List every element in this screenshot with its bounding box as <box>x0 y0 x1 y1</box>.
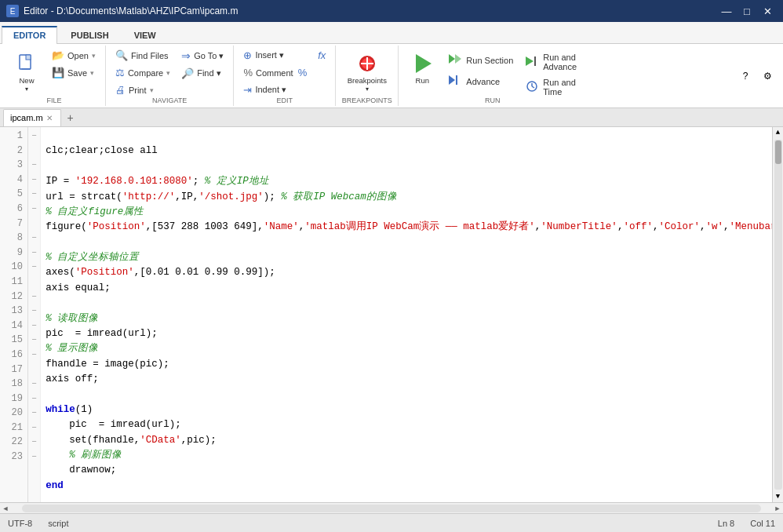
svg-marker-8 <box>449 54 455 64</box>
insert-label: Insert ▾ <box>255 50 284 60</box>
status-bar: UTF-8 script Ln 8 Col 11 <box>0 513 783 532</box>
svg-marker-10 <box>449 75 455 85</box>
run-section-icon <box>447 53 463 67</box>
tab-publish[interactable]: PUBLISH <box>59 27 120 43</box>
svg-marker-9 <box>455 54 461 64</box>
status-line: Ln 8 <box>718 519 734 528</box>
ribbon-group-run: Run Run Section Advance <box>399 46 586 106</box>
run-group-label: RUN <box>399 97 586 104</box>
run-section-button[interactable]: Run Section <box>442 50 518 70</box>
open-button[interactable]: 📂 Open ▾ <box>47 47 100 64</box>
file-tab-ipcam[interactable]: ipcam.m ✕ <box>3 109 61 126</box>
insert-icon: ⊕ <box>243 49 252 61</box>
new-label: New▾ <box>19 77 34 93</box>
help-button[interactable]: ? <box>736 67 755 85</box>
tab-close-ipcam[interactable]: ✕ <box>46 114 53 122</box>
comment-label: Comment <box>256 68 293 78</box>
scroll-track-v[interactable] <box>774 140 782 490</box>
fx-icon: fx <box>318 49 326 61</box>
svg-marker-7 <box>416 54 432 73</box>
save-icon: 💾 <box>52 67 64 78</box>
comment-icon: % <box>243 67 253 78</box>
line-numbers: 1 2 3 4 5 6 7 8 9 10 11 12 13 14 15 16 1… <box>0 127 28 502</box>
file-group-label: FILE <box>3 97 105 104</box>
ribbon-tab-bar: EDITOR PUBLISH VIEW <box>0 22 783 44</box>
find-files-button[interactable]: 🔍 Find Files <box>111 47 175 64</box>
help-icon: ? <box>743 71 748 82</box>
status-left: UTF-8 script <box>8 519 68 528</box>
ribbon-group-breakpoints: Breakpoints▾ BREAKPOINTS <box>336 46 399 106</box>
scroll-down-button[interactable]: ▼ <box>774 491 781 502</box>
svg-marker-12 <box>526 56 534 66</box>
ribbon-group-file: New▾ 📂 Open ▾ 💾 Save ▾ FILE <box>3 46 106 106</box>
fx-button[interactable]: fx <box>313 47 330 64</box>
find-files-label: Find Files <box>131 51 169 60</box>
status-right: Ln 8 Col 11 <box>718 519 775 528</box>
find-button[interactable]: 🔎 Find ▾ <box>177 65 228 82</box>
compare-button[interactable]: ⚖ Compare ▾ <box>111 64 175 81</box>
breakpoints-button[interactable]: Breakpoints▾ <box>342 47 392 97</box>
horizontal-scrollbar[interactable]: ◄ ► <box>0 502 783 513</box>
advance-button[interactable]: Advance <box>442 71 518 91</box>
comment-icon2: % <box>298 67 308 78</box>
goto-label: Go To ▾ <box>194 51 224 61</box>
indent-icon: ⇥ <box>243 84 252 96</box>
find-files-icon: 🔍 <box>115 49 128 61</box>
advance-icon <box>447 74 463 89</box>
code-editor[interactable]: 1 2 3 4 5 6 7 8 9 10 11 12 13 14 15 16 1… <box>0 127 783 502</box>
advance-label: Advance <box>466 77 500 86</box>
open-icon: 📂 <box>52 49 64 61</box>
window-title: Editor - D:\Documents\Matlab\AHZ\IPCam\i… <box>24 5 238 16</box>
print-button[interactable]: 🖨 Print ▾ <box>111 82 175 98</box>
run-and-advance-button[interactable]: Run andAdvance <box>519 50 581 74</box>
tab-editor[interactable]: EDITOR <box>2 26 57 44</box>
run-and-advance-label: Run andAdvance <box>543 53 577 71</box>
run-and-time-button[interactable]: Run andTime <box>519 75 581 99</box>
save-button[interactable]: 💾 Save ▾ <box>47 64 100 81</box>
run-and-time-label: Run andTime <box>543 78 576 97</box>
goto-button[interactable]: ⇒ Go To ▾ <box>177 47 228 64</box>
scroll-right-button[interactable]: ► <box>772 503 783 514</box>
editor-tab-bar: ipcam.m ✕ + <box>0 108 783 127</box>
ribbon-settings-button[interactable]: ⚙ <box>758 67 777 85</box>
ribbon: New▾ 📂 Open ▾ 💾 Save ▾ FILE <box>0 44 783 108</box>
close-button[interactable]: ✕ <box>758 3 777 19</box>
app-icon: E <box>6 5 19 17</box>
run-and-time-icon <box>524 80 540 95</box>
run-button[interactable]: Run <box>403 47 441 89</box>
indent-label: Indent ▾ <box>255 85 286 95</box>
run-and-advance-icon <box>524 55 540 70</box>
vertical-scrollbar[interactable]: ▲ ▼ <box>772 127 783 502</box>
status-type: script <box>48 519 68 528</box>
breakpoints-label: Breakpoints▾ <box>348 77 387 93</box>
scroll-left-button[interactable]: ◄ <box>0 503 11 514</box>
svg-rect-2 <box>21 68 31 70</box>
maximize-button[interactable]: □ <box>737 3 756 19</box>
new-tab-button[interactable]: + <box>63 110 78 126</box>
save-label: Save <box>67 68 87 78</box>
insert-button[interactable]: ⊕ Insert ▾ <box>239 47 311 64</box>
code-content[interactable]: clc;clear;close all IP = '192.168.0.101:… <box>41 127 772 502</box>
new-button[interactable]: New▾ <box>8 47 46 97</box>
run-section-label: Run Section <box>466 56 513 65</box>
breakpoints-group-label: BREAKPOINTS <box>336 97 398 104</box>
scroll-up-button[interactable]: ▲ <box>774 127 781 138</box>
scroll-track-h[interactable] <box>22 505 761 512</box>
find-label: Find ▾ <box>197 68 220 78</box>
tab-view[interactable]: VIEW <box>122 27 168 43</box>
status-col: Col 11 <box>750 519 775 528</box>
run-label: Run <box>416 77 429 85</box>
run-advance-group: Run Section Advance <box>442 47 518 91</box>
svg-rect-1 <box>26 55 31 60</box>
new-icon <box>14 51 39 76</box>
dash-column: – – – – – – – – – – – – – – – – – – – <box>28 127 41 502</box>
print-label: Print <box>129 86 147 95</box>
indent-button[interactable]: ⇥ Indent ▾ <box>239 82 311 98</box>
minimize-button[interactable]: — <box>717 3 736 19</box>
compare-icon: ⚖ <box>115 67 125 78</box>
compare-label: Compare <box>128 68 163 78</box>
scroll-thumb-v[interactable] <box>775 140 781 164</box>
window-controls: — □ ✕ <box>717 3 777 19</box>
goto-icon: ⇒ <box>181 49 191 62</box>
comment-button[interactable]: % Comment % <box>239 64 311 81</box>
